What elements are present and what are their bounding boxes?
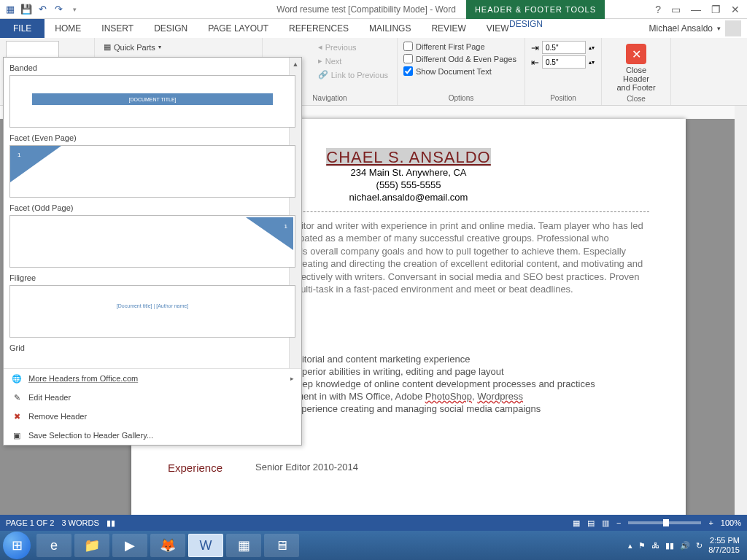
avatar[interactable]	[725, 20, 741, 36]
edit-icon: ✎	[11, 392, 23, 403]
tab-page-layout[interactable]: PAGE LAYOUT	[198, 19, 279, 38]
gallery-item-title: Facet (Even Page)	[9, 133, 295, 142]
list-item: Superior abilities in writing, editing a…	[277, 366, 649, 377]
tray-up-icon[interactable]: ▴	[628, 541, 632, 551]
previous-button: ◂Previous	[315, 41, 391, 53]
remove-icon: ✖	[11, 411, 23, 422]
tab-home[interactable]: HOME	[44, 19, 91, 38]
header-gallery-popup: ▲ Banded [DOCUMENT TITLE] Facet (Even Pa…	[3, 57, 302, 446]
qualifications-list: Editorial and content marketing experien…	[277, 354, 649, 414]
more-headers-button[interactable]: 🌐More Headers from Office.com	[4, 369, 301, 388]
edit-header-button[interactable]: ✎Edit Header	[4, 388, 301, 407]
next-label: Next	[325, 57, 342, 66]
more-headers-label: More Headers from Office.com	[28, 374, 138, 383]
close-hf-label-1: Close Header	[615, 66, 657, 83]
taskbar-explorer[interactable]: 📁	[74, 534, 109, 557]
close-header-footer-button[interactable]: ✕ Close Header and Footer	[608, 41, 665, 95]
quick-parts-button[interactable]: ▦ Quick Parts ▾	[101, 41, 256, 53]
office-icon: 🌐	[11, 373, 23, 384]
scroll-up-icon[interactable]: ▲	[290, 58, 301, 70]
position-group-label: Position	[531, 94, 595, 104]
gallery-item-grid[interactable]: Grid	[9, 343, 295, 352]
tab-design[interactable]: DESIGN	[144, 19, 198, 38]
save-gallery-icon: ▣	[11, 429, 23, 441]
read-mode-icon[interactable]: ▦	[573, 518, 580, 528]
start-button[interactable]: ⊞	[3, 532, 31, 559]
gallery-item-facet-even[interactable]: Facet (Even Page) 1	[9, 133, 295, 198]
list-item: Experience creating and managing social …	[277, 403, 649, 414]
close-icon[interactable]: ✕	[731, 4, 740, 15]
facet-preview: 1	[285, 223, 287, 230]
different-first-page-checkbox[interactable]: Different First Page	[403, 41, 519, 52]
print-layout-icon[interactable]: ▤	[587, 518, 595, 528]
zoom-slider[interactable]	[628, 521, 701, 524]
ribbon-options-icon[interactable]: ▭	[671, 4, 681, 15]
taskbar: ⊞ e 📁 ▶ 🦊 W ▦ 🖥 ▴ ⚑ 🖧 ▮▮ 🔊 ↻ 2:55 PM 8/7…	[0, 531, 747, 560]
close-group-label: Close	[608, 95, 665, 104]
tray-sync-icon[interactable]: ↻	[696, 541, 703, 551]
gallery-item-banded[interactable]: Banded [DOCUMENT TITLE]	[9, 63, 295, 128]
status-bar: PAGE 1 OF 2 3 WORDS ▮▮ ▦ ▤ ▥ − + 100%	[0, 515, 747, 531]
zoom-level[interactable]: 100%	[721, 518, 741, 527]
tab-insert[interactable]: INSERT	[91, 19, 144, 38]
tab-hf-design[interactable]: DESIGN	[487, 19, 565, 29]
taskbar-firefox[interactable]: 🦊	[150, 534, 185, 557]
minimize-icon[interactable]: —	[691, 4, 701, 15]
tray-volume-icon[interactable]: 🔊	[680, 541, 690, 551]
zoom-out-icon[interactable]: −	[616, 518, 621, 527]
word-count[interactable]: 3 WORDS	[61, 518, 98, 527]
gallery-item-title: Filigree	[9, 273, 295, 282]
taskbar-word[interactable]: W	[188, 534, 223, 557]
tab-mailings[interactable]: MAILINGS	[359, 19, 421, 38]
different-odd-even-checkbox[interactable]: Different Odd & Even Pages	[403, 53, 519, 64]
restore-icon[interactable]: ❐	[711, 4, 721, 15]
undo-icon[interactable]: ↶	[36, 4, 48, 15]
page-indicator[interactable]: PAGE 1 OF 2	[6, 518, 54, 527]
web-layout-icon[interactable]: ▥	[602, 518, 609, 528]
remove-header-button[interactable]: ✖Remove Header	[4, 407, 301, 426]
tab-references[interactable]: REFERENCES	[279, 19, 359, 38]
qat-customize-icon[interactable]: ▾	[69, 4, 80, 15]
tab-review[interactable]: REVIEW	[421, 19, 476, 38]
save-to-gallery-button[interactable]: ▣Save Selection to Header Gallery...	[4, 426, 301, 445]
zoom-in-icon[interactable]: +	[708, 518, 713, 527]
tray-network-icon[interactable]: 🖧	[651, 541, 659, 550]
link-previous-label: Link to Previous	[331, 71, 388, 79]
footer-from-bottom-input[interactable]	[542, 55, 586, 69]
gallery-item-filigree[interactable]: Filigree [Document title] | [Author name…	[9, 273, 295, 338]
taskbar-app2[interactable]: 🖥	[264, 534, 299, 557]
account-dropdown-icon[interactable]: ▾	[717, 25, 721, 32]
gallery-item-facet-odd[interactable]: Facet (Odd Page) 1	[9, 203, 295, 268]
macro-icon[interactable]: ▮▮	[107, 518, 115, 528]
header-top-icon: ⇥	[531, 42, 539, 53]
tray-wifi-icon[interactable]: ▮▮	[665, 541, 674, 551]
tab-file[interactable]: FILE	[0, 19, 44, 38]
tray-flag-icon[interactable]: ⚑	[638, 541, 646, 551]
facet-preview: 1	[18, 152, 20, 158]
header-bottom-icon: ⇤	[531, 57, 539, 68]
remove-header-label: Remove Header	[28, 412, 87, 421]
clock[interactable]: 2:55 PM 8/7/2015	[708, 536, 740, 555]
list-item: Editorial and content marketing experien…	[277, 354, 649, 365]
vertical-scrollbar[interactable]	[735, 106, 747, 519]
taskbar-app1[interactable]: ▦	[226, 534, 261, 557]
link-icon: 🔗	[318, 70, 328, 79]
chevron-down-icon: ▾	[158, 44, 161, 50]
gallery-item-title: Banded	[9, 63, 295, 72]
next-icon: ▸	[318, 56, 322, 66]
show-document-text-checkbox[interactable]: Show Document Text	[403, 66, 519, 77]
edit-header-label: Edit Header	[28, 393, 71, 402]
banded-preview: [DOCUMENT TITLE]	[32, 93, 273, 105]
help-icon[interactable]: ?	[655, 4, 661, 15]
close-x-icon: ✕	[626, 44, 646, 64]
account-name[interactable]: Michael Ansaldo	[649, 23, 713, 34]
save-icon[interactable]: 💾	[20, 4, 32, 15]
redo-icon[interactable]: ↷	[53, 4, 64, 15]
list-item: Fluent in with MS Office, Adobe PhotoSho…	[277, 391, 649, 402]
summary-text: Veteran editor and writer with experienc…	[255, 219, 649, 296]
quick-parts-label: Quick Parts	[114, 43, 155, 52]
header-from-top-input[interactable]	[542, 41, 586, 54]
context-tab-header-footer: HEADER & FOOTER TOOLS	[466, 0, 605, 19]
taskbar-ie[interactable]: e	[36, 534, 71, 557]
taskbar-media[interactable]: ▶	[112, 534, 147, 557]
